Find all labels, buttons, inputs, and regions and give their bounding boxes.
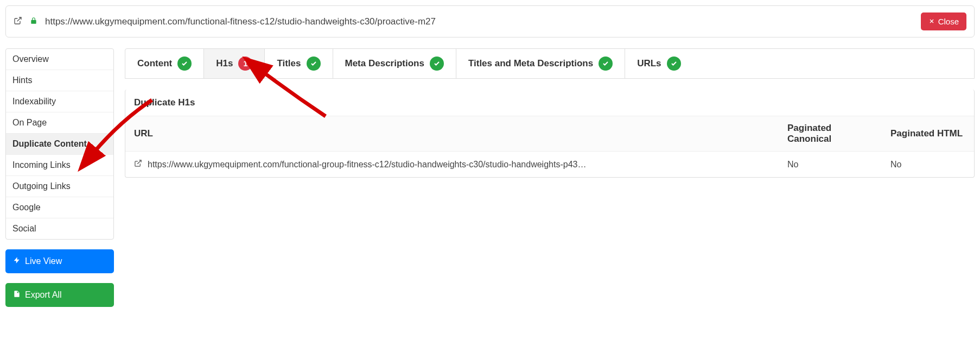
tab-label: Titles and Meta Descriptions bbox=[468, 58, 593, 69]
table-row[interactable]: https://www.ukgymequipment.com/functiona… bbox=[125, 152, 974, 178]
export-all-button[interactable]: Export All bbox=[5, 283, 114, 307]
close-label: Close bbox=[938, 17, 959, 26]
tab-titles-and-meta[interactable]: Titles and Meta Descriptions bbox=[456, 49, 625, 78]
sidebar-item-label: Hints bbox=[12, 76, 32, 85]
bolt-icon bbox=[13, 256, 21, 267]
tab-h1s[interactable]: H1s 1 bbox=[204, 49, 265, 78]
external-link-icon[interactable] bbox=[134, 159, 142, 169]
sidebar-item-label: On Page bbox=[12, 118, 47, 127]
sidebar-item-indexability[interactable]: Indexability bbox=[6, 91, 113, 112]
results-panel: Duplicate H1s URL Paginated Canonical Pa… bbox=[125, 90, 975, 178]
check-icon bbox=[307, 56, 321, 71]
row-paginated-html: No bbox=[882, 152, 974, 178]
column-header-url[interactable]: URL bbox=[125, 116, 779, 152]
live-view-button[interactable]: Live View bbox=[5, 249, 114, 273]
tab-content[interactable]: Content bbox=[125, 49, 204, 78]
sidebar-item-duplicate-content[interactable]: Duplicate Content bbox=[6, 134, 113, 155]
tab-label: Titles bbox=[277, 58, 301, 69]
check-icon bbox=[177, 56, 192, 71]
sidebar-item-incoming-links[interactable]: Incoming Links bbox=[6, 155, 113, 176]
sidebar-item-label: Incoming Links bbox=[12, 160, 71, 169]
main-content: Content H1s 1 Titles Meta Descriptions bbox=[125, 48, 975, 178]
sidebar-item-overview[interactable]: Overview bbox=[6, 49, 113, 70]
sidebar-item-social[interactable]: Social bbox=[6, 218, 113, 239]
tab-titles[interactable]: Titles bbox=[265, 49, 333, 78]
sidebar-item-on-page[interactable]: On Page bbox=[6, 112, 113, 134]
sidebar: Overview Hints Indexability On Page Dupl… bbox=[5, 48, 114, 307]
tab-label: Content bbox=[137, 58, 172, 69]
sidebar-item-hints[interactable]: Hints bbox=[6, 70, 113, 91]
results-table: URL Paginated Canonical Paginated HTML bbox=[125, 116, 974, 177]
close-button[interactable]: Close bbox=[921, 12, 966, 30]
sidebar-item-label: Outgoing Links bbox=[12, 181, 71, 191]
count-badge: 1 bbox=[238, 56, 252, 71]
sidebar-item-label: Indexability bbox=[12, 97, 56, 106]
tab-label: URLs bbox=[637, 58, 661, 69]
tab-label: H1s bbox=[216, 58, 233, 69]
row-paginated-canonical: No bbox=[779, 152, 882, 178]
row-url: https://www.ukgymequipment.com/functiona… bbox=[148, 160, 586, 169]
tab-label: Meta Descriptions bbox=[345, 58, 424, 69]
check-icon bbox=[599, 56, 613, 71]
check-icon bbox=[430, 56, 444, 71]
tab-meta-descriptions[interactable]: Meta Descriptions bbox=[333, 49, 456, 78]
url-bar: https://www.ukgymequipment.com/functiona… bbox=[5, 5, 975, 37]
sidebar-item-label: Social bbox=[12, 224, 36, 233]
close-icon bbox=[928, 17, 935, 26]
svg-line-0 bbox=[17, 17, 21, 21]
sidebar-item-label: Google bbox=[12, 203, 41, 212]
column-header-paginated-html[interactable]: Paginated HTML bbox=[882, 116, 974, 152]
sidebar-item-google[interactable]: Google bbox=[6, 197, 113, 218]
svg-line-3 bbox=[137, 160, 141, 164]
sidebar-list: Overview Hints Indexability On Page Dupl… bbox=[5, 48, 114, 240]
sidebar-item-outgoing-links[interactable]: Outgoing Links bbox=[6, 176, 113, 197]
export-all-label: Export All bbox=[25, 290, 62, 300]
external-link-icon[interactable] bbox=[14, 16, 22, 27]
column-header-paginated-canonical[interactable]: Paginated Canonical bbox=[779, 116, 882, 152]
tabs: Content H1s 1 Titles Meta Descriptions bbox=[125, 48, 975, 79]
panel-title: Duplicate H1s bbox=[125, 90, 974, 116]
url-text: https://www.ukgymequipment.com/functiona… bbox=[45, 16, 913, 27]
sidebar-item-label: Duplicate Content bbox=[12, 139, 87, 148]
check-icon bbox=[667, 56, 681, 71]
lock-icon bbox=[30, 16, 37, 27]
live-view-label: Live View bbox=[25, 256, 62, 266]
file-export-icon bbox=[13, 290, 21, 300]
sidebar-item-label: Overview bbox=[12, 54, 49, 64]
tab-urls[interactable]: URLs bbox=[625, 49, 692, 78]
